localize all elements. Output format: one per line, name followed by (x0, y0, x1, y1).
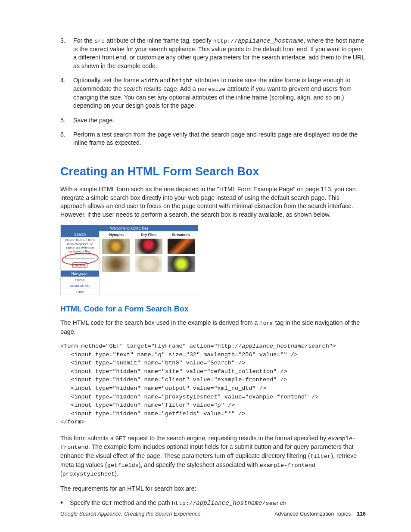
body-text: ), and specify the stylesheet associated… (139, 461, 260, 468)
body-text: method and the path (112, 499, 171, 506)
example-thumbnail (102, 239, 130, 254)
subsection-heading: HTML Code for a Form Search Box (60, 305, 366, 314)
example-col-header: Nymphs (100, 233, 132, 237)
body-text: Optionally, set the frame (73, 77, 141, 84)
example-sidebar: Search Choose from our three main catego… (61, 231, 100, 295)
code-inline: example-frontend (260, 462, 316, 469)
code-inline: http:// (172, 500, 196, 507)
body-text: . The example form includes optional inp… (60, 443, 353, 459)
code-intro-paragraph: The HTML code for the search box used in… (60, 319, 366, 336)
list-item-3: 3. For the src attribute of the inline f… (72, 37, 366, 70)
example-side-text: Choose from our three main categories, o… (61, 237, 99, 254)
code-inline: GET (115, 436, 126, 442)
example-nav-header: Navigation (61, 271, 99, 277)
example-search-input (65, 255, 95, 259)
body-text: and (158, 77, 172, 84)
code-inline-italic: appliance_hostname (196, 500, 262, 507)
example-screenshot: Welcome to ACME flies Search Choose from… (60, 225, 198, 295)
item-number: 4. (60, 76, 65, 84)
requirement-item: Specify the GET method and the path http… (69, 499, 366, 507)
item-number: 6. (60, 131, 65, 139)
code-inline: filter (310, 453, 331, 460)
page-footer: Google Search Appliance: Creating the Se… (60, 511, 366, 517)
requirements-lead: The requirements for an HTML for search … (60, 485, 366, 493)
example-col-header: Dry Flies (133, 233, 165, 237)
code-inline-italic: appliance_hostname (238, 37, 304, 44)
body-text: attribute of the inline frame tag, speci… (105, 37, 213, 44)
requirements-list: Specify the GET method and the path http… (69, 499, 366, 507)
body-text: Perform a test search from the page veri… (73, 131, 358, 146)
code-inline: /search (262, 500, 286, 507)
example-nav-item: Flies (61, 289, 99, 295)
code-inline: getfields (107, 462, 139, 469)
body-text: The HTML code for the search box used in… (60, 319, 259, 326)
example-thumbnail (102, 256, 130, 272)
example-nav-item: Home (61, 277, 99, 283)
section-heading: Creating an HTML Form Search Box (60, 165, 366, 178)
explanation-paragraph: This form submits a GET request to the s… (60, 434, 366, 479)
code-inline: noresize (198, 86, 226, 93)
example-search-button: Search (72, 262, 88, 268)
item-number: 5. (60, 116, 65, 124)
code-inline: height (172, 78, 193, 84)
code-inline: http:// (213, 38, 238, 44)
example-search-header: Search (61, 231, 99, 237)
body-text: This form submits a (60, 435, 115, 442)
code-block: <form method="GET" target="FlyFrame" act… (60, 342, 366, 426)
body-text: Save the page. (73, 117, 114, 124)
body-text: For the (73, 37, 94, 44)
list-item-4: 4. Optionally, set the frame width and h… (72, 76, 366, 110)
example-thumbnail (168, 239, 195, 254)
body-text: request to the search engine, requesting… (126, 435, 328, 442)
example-thumbnail (168, 256, 195, 272)
page-number: 116 (357, 511, 366, 517)
example-welcome-bar: Welcome to ACME flies (61, 225, 198, 231)
item-number: 3. (60, 37, 65, 45)
example-col-header: Streamers (165, 233, 197, 237)
example-thumbnail (135, 239, 162, 254)
example-thumbnail (135, 256, 162, 272)
list-item-6: 6. Perform a test search from the page v… (72, 131, 366, 147)
intro-paragraph: With a simple HTML form such as the one … (60, 185, 366, 219)
code-inline: form (259, 320, 273, 327)
body-text: ). (115, 470, 118, 477)
code-inline: width (141, 78, 159, 84)
body-text: Specify the (70, 499, 102, 506)
example-nav-item: About ACME (61, 283, 99, 289)
code-inline: GET (102, 500, 112, 507)
code-inline: proxystylesheet (62, 471, 115, 477)
footer-section: Advanced Customization Topics116 (274, 511, 366, 517)
list-item-5: 5. Save the page. (72, 116, 366, 124)
numbered-list: 3. For the src attribute of the inline f… (72, 37, 366, 147)
footer-doc-title: Google Search Appliance: Creating the Se… (60, 511, 200, 517)
code-inline: src (94, 38, 105, 44)
